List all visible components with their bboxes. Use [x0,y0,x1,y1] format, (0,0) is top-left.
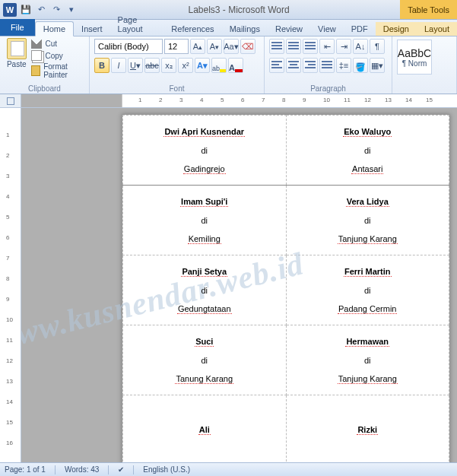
ribbon-tabs: File Home Insert Page Layout References … [0,20,457,36]
status-words[interactable]: Words: 43 [65,465,99,474]
shading-button[interactable]: 🪣 [353,58,368,73]
document-canvas[interactable]: www.kusnendar.web.id Dwi Apri Kusnendard… [21,108,457,462]
align-left-button[interactable] [269,58,284,73]
save-icon[interactable]: 💾 [20,4,32,16]
font-group-label: Font [90,84,264,93]
shrink-font-button[interactable]: A▾ [207,39,222,54]
status-proofing-icon[interactable]: ✔ [118,465,124,474]
cut-label: Cut [45,40,57,48]
align-center-button[interactable] [286,58,301,73]
italic-button[interactable]: I [111,58,126,73]
review-tab[interactable]: Review [268,22,310,36]
label-di: di [287,216,449,225]
copy-button[interactable]: Copy [31,50,84,61]
borders-button[interactable]: ▦▾ [370,58,385,73]
label-name: Suci [123,337,286,347]
page: Dwi Apri KusnendardiGadingrejoEko Waluyo… [122,114,450,462]
label-name: Ali [123,425,286,435]
decrease-indent-button[interactable]: ⇤ [319,39,335,54]
font-color-button[interactable]: A [228,58,243,73]
redo-icon[interactable]: ↷ [50,4,62,16]
label-name: Hermawan [287,337,449,347]
label-cell[interactable]: Ali [123,395,287,463]
multilevel-button[interactable] [303,39,318,54]
line-spacing-button[interactable]: ‡≡ [336,58,351,73]
styles-group: AaBbC ¶ Norm [392,36,457,94]
horizontal-ruler[interactable]: 123456789101112131415 [122,94,457,107]
label-di: di [287,286,449,295]
label-cell[interactable]: Ferri MartindiPadang Cermin [286,255,449,325]
font-size-combo[interactable]: 12 [164,39,189,54]
page-layout-tab[interactable]: Page Layout [110,13,164,36]
undo-icon[interactable]: ↶ [35,4,47,16]
label-place: Tanung Karang [123,374,286,384]
bullets-button[interactable] [269,39,284,54]
vertical-ruler[interactable]: 12345678910111213141516 [0,108,21,462]
view-tab[interactable]: View [310,22,344,36]
label-cell[interactable]: Imam Supi'idiKemiling [123,186,287,255]
numbering-button[interactable] [286,39,301,54]
ruler-corner[interactable] [0,94,21,107]
label-cell[interactable]: Rizki [286,395,449,463]
pdf-tab[interactable]: PDF [344,22,376,36]
mailings-tab[interactable]: Mailings [222,22,268,36]
paste-label: Paste [7,60,27,68]
show-marks-button[interactable]: ¶ [370,39,385,54]
label-name: Panji Setya [123,267,286,277]
justify-button[interactable] [319,58,335,73]
label-place: Gadingrejo [123,164,286,174]
underline-button[interactable]: U▾ [128,58,143,73]
label-cell[interactable]: SucidiTanung Karang [123,325,287,395]
label-cell[interactable]: Panji SetyadiGedungtataan [123,255,287,325]
status-language[interactable]: English (U.S.) [143,465,190,474]
copy-icon [31,50,42,61]
document-area: 12345678910111213141516 www.kusnendar.we… [0,108,457,462]
format-painter-button[interactable]: Format Painter [31,62,84,79]
ruler-row: 123456789101112131415 [0,94,457,108]
label-di: di [287,146,449,155]
strike-button[interactable]: abc [144,58,160,73]
clipboard-group: Paste Cut Copy Format Painter Clipboard [0,36,90,94]
label-cell[interactable]: Dwi Apri KusnendardiGadingrejo [123,116,287,186]
home-tab[interactable]: Home [35,21,74,36]
label-place: Tanjung Karang [287,374,449,384]
label-di: di [123,286,286,295]
format-painter-label: Format Painter [43,62,84,79]
label-di: di [123,216,286,225]
bold-button[interactable]: B [94,58,109,73]
layout-tab[interactable]: Layout [417,22,457,36]
label-cell[interactable]: Eko WaluyodiAntasari [286,116,449,186]
label-place: Tanjung Karang [287,234,449,244]
status-bar: Page: 1 of 1 Words: 43 ✔ English (U.S.) [0,462,457,476]
word-app-icon: W [3,3,17,17]
paste-icon [7,38,27,59]
qat-dropdown-icon[interactable]: ▾ [65,4,78,16]
cut-icon [31,38,42,49]
label-cell[interactable]: HermawandiTanjung Karang [286,325,449,395]
paste-button[interactable]: Paste [5,38,28,79]
status-page[interactable]: Page: 1 of 1 [5,465,46,474]
style-normal[interactable]: AaBbC ¶ Norm [397,40,432,75]
label-place: Padang Cermin [287,304,449,314]
align-right-button[interactable] [303,58,318,73]
title-bar: W 💾 ↶ ↷ ▾ Labels3 - Microsoft Word Table… [0,0,457,20]
label-place: Kemiling [123,234,286,244]
cut-button[interactable]: Cut [31,38,84,49]
change-case-button[interactable]: Aa▾ [224,39,239,54]
tab-selector-icon [7,97,14,105]
file-tab[interactable]: File [0,19,35,36]
highlight-button[interactable]: ab [211,58,227,73]
clear-format-button[interactable]: ⌫ [240,39,255,54]
design-tab[interactable]: Design [376,22,417,36]
label-cell[interactable]: Vera LidyadiTanjung Karang [286,186,449,255]
references-tab[interactable]: References [163,22,221,36]
grow-font-button[interactable]: A▴ [190,39,205,54]
text-effects-button[interactable]: A▾ [195,58,210,73]
superscript-button[interactable]: x² [178,58,193,73]
increase-indent-button[interactable]: ⇥ [336,39,351,54]
font-name-combo[interactable]: Calibri (Body) [94,39,163,54]
insert-tab[interactable]: Insert [74,22,110,36]
subscript-button[interactable]: x₂ [161,58,176,73]
ribbon: Paste Cut Copy Format Painter Clipboard … [0,36,457,94]
sort-button[interactable]: A↓ [353,39,368,54]
